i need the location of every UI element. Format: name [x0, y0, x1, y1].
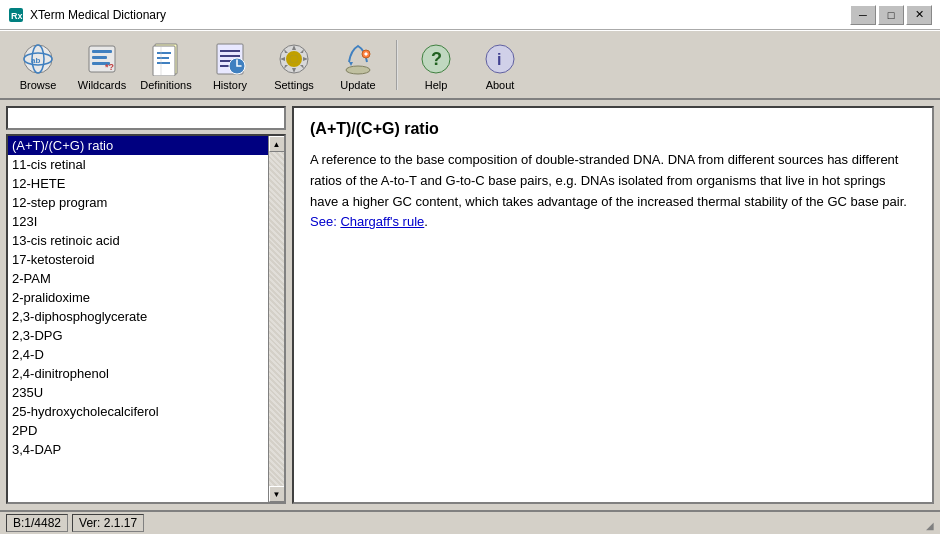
list-item[interactable]: (A+T)/(C+G) ratio [8, 136, 268, 155]
right-panel: (A+T)/(C+G) ratio A reference to the bas… [292, 106, 934, 504]
list-item[interactable]: 12-step program [8, 193, 268, 212]
svg-text:i: i [497, 51, 501, 68]
help-label: Help [425, 79, 448, 91]
definitions-label: Definitions [140, 79, 191, 91]
svg-rect-14 [157, 57, 169, 59]
svg-rect-18 [220, 50, 240, 52]
settings-label: Settings [274, 79, 314, 91]
history-label: History [213, 79, 247, 91]
definition-text: A reference to the base composition of d… [310, 150, 916, 233]
title-bar-left: Rx XTerm Medical Dictionary [8, 7, 166, 23]
resize-grip[interactable]: ◢ [918, 515, 934, 531]
wildcards-label: Wildcards [78, 79, 126, 91]
history-icon [212, 41, 248, 77]
list-item[interactable]: 3,4-DAP [8, 440, 268, 459]
period: . [424, 214, 428, 229]
history-button[interactable]: History [200, 36, 260, 94]
status-position: B:1/4482 [6, 514, 68, 532]
list-scrollbar: ▲ ▼ [268, 136, 284, 502]
browse-icon: ab [20, 41, 56, 77]
list-item[interactable]: 2,4-D [8, 345, 268, 364]
list-item[interactable]: 25-hydroxycholecalciferol [8, 402, 268, 421]
search-input[interactable] [6, 106, 286, 130]
definitions-button[interactable]: Definitions [136, 36, 196, 94]
list-item[interactable]: 17-ketosteroid [8, 250, 268, 269]
list-item[interactable]: 2,3-DPG [8, 326, 268, 345]
app-icon: Rx [8, 7, 24, 23]
list-item[interactable]: 2,3-diphosphoglycerate [8, 307, 268, 326]
svg-rect-15 [157, 62, 170, 64]
list-item[interactable]: 13-cis retinoic acid [8, 231, 268, 250]
help-icon: ? [418, 41, 454, 77]
definition-title: (A+T)/(C+G) ratio [310, 120, 916, 138]
chargaff-link[interactable]: Chargaff's rule [340, 214, 424, 229]
list-item[interactable]: 11-cis retinal [8, 155, 268, 174]
main-area: (A+T)/(C+G) ratio11-cis retinal12-HETE12… [0, 100, 940, 510]
svg-text:*?: *? [105, 62, 114, 72]
see-text: See: [310, 214, 337, 229]
wildcards-icon: *? [84, 41, 120, 77]
svg-rect-13 [157, 52, 171, 54]
settings-icon [276, 41, 312, 77]
svg-rect-7 [92, 50, 112, 53]
status-bar: B:1/4482 Ver: 2.1.17 ◢ [0, 510, 940, 534]
browse-label: Browse [20, 79, 57, 91]
about-icon: i [482, 41, 518, 77]
svg-text:Rx: Rx [11, 11, 23, 21]
window-title: XTerm Medical Dictionary [30, 8, 166, 22]
minimize-button[interactable]: ─ [850, 5, 876, 25]
svg-rect-19 [220, 55, 240, 57]
update-button[interactable]: Update [328, 36, 388, 94]
scroll-track [269, 152, 284, 486]
definitions-icon [148, 41, 184, 77]
scroll-up-button[interactable]: ▲ [269, 136, 285, 152]
toolbar: ab Browse *? Wildcards [0, 30, 940, 100]
settings-button[interactable]: Settings [264, 36, 324, 94]
about-label: About [486, 79, 515, 91]
scroll-down-button[interactable]: ▼ [269, 486, 285, 502]
word-list: (A+T)/(C+G) ratio11-cis retinal12-HETE12… [8, 136, 268, 502]
list-item[interactable]: 2PD [8, 421, 268, 440]
status-version: Ver: 2.1.17 [72, 514, 144, 532]
title-bar: Rx XTerm Medical Dictionary ─ □ ✕ [0, 0, 940, 30]
update-label: Update [340, 79, 375, 91]
list-item[interactable]: 235U [8, 383, 268, 402]
list-item[interactable]: 2,4-dinitrophenol [8, 364, 268, 383]
svg-text:?: ? [431, 49, 442, 69]
about-button[interactable]: i About [470, 36, 530, 94]
maximize-button[interactable]: □ [878, 5, 904, 25]
toolbar-separator [396, 40, 398, 90]
svg-rect-12 [153, 46, 175, 76]
update-icon [340, 41, 376, 77]
list-item[interactable]: 2-pralidoxime [8, 288, 268, 307]
definition-body: A reference to the base composition of d… [310, 152, 907, 209]
svg-point-27 [346, 66, 370, 74]
list-item[interactable]: 12-HETE [8, 174, 268, 193]
browse-button[interactable]: ab Browse [8, 36, 68, 94]
title-bar-controls: ─ □ ✕ [850, 5, 932, 25]
list-item[interactable]: 123I [8, 212, 268, 231]
close-button[interactable]: ✕ [906, 5, 932, 25]
svg-rect-8 [92, 56, 107, 59]
list-item[interactable]: 2-PAM [8, 269, 268, 288]
wildcards-button[interactable]: *? Wildcards [72, 36, 132, 94]
left-panel: (A+T)/(C+G) ratio11-cis retinal12-HETE12… [6, 106, 286, 504]
svg-point-26 [290, 55, 298, 63]
svg-text:ab: ab [31, 56, 40, 65]
list-container: (A+T)/(C+G) ratio11-cis retinal12-HETE12… [6, 134, 286, 504]
help-button[interactable]: ? Help [406, 36, 466, 94]
